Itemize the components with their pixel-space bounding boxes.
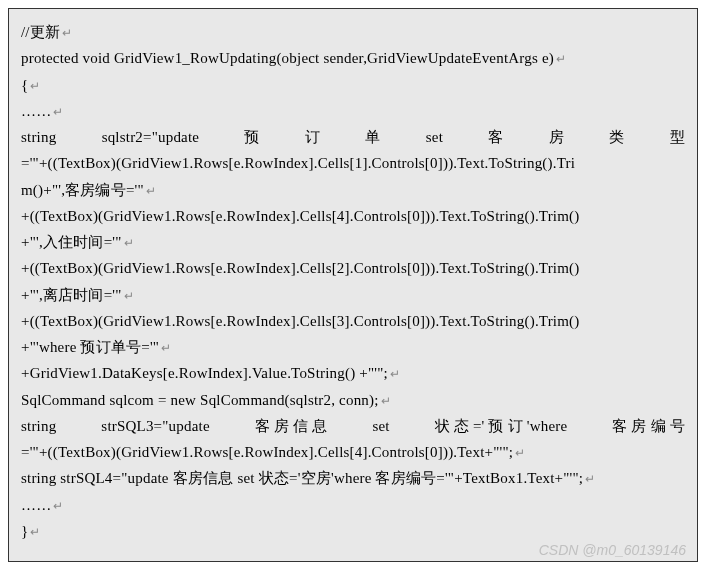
- code-line: +GridView1.DataKeys[e.RowIndex].Value.To…: [21, 360, 685, 386]
- code-text: string strSQL4="update 客房信息 set 状态='空房'w…: [21, 470, 583, 486]
- code-text: ='"+((TextBox)(GridView1.Rows[e.RowIndex…: [21, 444, 513, 460]
- code-line: +((TextBox)(GridView1.Rows[e.RowIndex].C…: [21, 255, 685, 281]
- return-icon: ↵: [556, 52, 566, 66]
- code-text: 客: [488, 124, 503, 150]
- return-icon: ↵: [62, 26, 72, 40]
- return-icon: ↵: [390, 367, 400, 381]
- code-line: ……↵: [21, 492, 685, 518]
- code-text: 订: [305, 124, 320, 150]
- code-text: 型: [670, 124, 685, 150]
- code-text: }: [21, 523, 28, 539]
- code-line: ='"+((TextBox)(GridView1.Rows[e.RowIndex…: [21, 439, 685, 465]
- code-line: +"'where 预订单号='"↵: [21, 334, 685, 360]
- code-text: string: [21, 413, 56, 439]
- code-line: +((TextBox)(GridView1.Rows[e.RowIndex].C…: [21, 308, 685, 334]
- code-text: ='"+((TextBox)(GridView1.Rows[e.RowIndex…: [21, 155, 575, 171]
- code-text: {: [21, 77, 28, 93]
- code-text: 单: [365, 124, 380, 150]
- watermark-text: CSDN @m0_60139146: [539, 542, 686, 558]
- code-text: 客 房 编 号: [612, 413, 685, 439]
- return-icon: ↵: [30, 79, 40, 93]
- return-icon: ↵: [585, 472, 595, 486]
- code-line: string strSQL4="update 客房信息 set 状态='空房'w…: [21, 465, 685, 491]
- return-icon: ↵: [53, 105, 63, 119]
- code-block: //更新↵ protected void GridView1_RowUpdati…: [8, 8, 698, 562]
- code-text: SqlCommand sqlcom = new SqlCommand(sqlst…: [21, 392, 379, 408]
- return-icon: ↵: [161, 341, 171, 355]
- code-text: sqlstr2="update: [102, 124, 200, 150]
- code-text: 房: [549, 124, 564, 150]
- code-line: protected void GridView1_RowUpdating(obj…: [21, 45, 685, 71]
- code-text: +"',离店时间='": [21, 287, 122, 303]
- code-text: 状 态 =' 预 订 'where: [435, 413, 568, 439]
- return-icon: ↵: [381, 394, 391, 408]
- code-text: 客 房 信 息: [255, 413, 328, 439]
- code-line: ='"+((TextBox)(GridView1.Rows[e.RowIndex…: [21, 150, 685, 176]
- code-text: 类: [609, 124, 624, 150]
- code-text: 预: [244, 124, 259, 150]
- code-line: {↵: [21, 72, 685, 98]
- code-text: +"',入住时间='": [21, 234, 122, 250]
- code-text: ……: [21, 103, 51, 119]
- code-text: //更新: [21, 24, 60, 40]
- code-line: string sqlstr2="update 预 订 单 set 客 房 类 型: [21, 124, 685, 150]
- return-icon: ↵: [124, 236, 134, 250]
- code-text: +((TextBox)(GridView1.Rows[e.RowIndex].C…: [21, 260, 579, 276]
- code-text: ……: [21, 497, 51, 513]
- code-text: strSQL3="update: [101, 413, 209, 439]
- return-icon: ↵: [53, 499, 63, 513]
- code-line: m()+"',客房编号='"↵: [21, 177, 685, 203]
- code-line: SqlCommand sqlcom = new SqlCommand(sqlst…: [21, 387, 685, 413]
- code-line: +"',入住时间='"↵: [21, 229, 685, 255]
- return-icon: ↵: [515, 446, 525, 460]
- code-text: set: [426, 124, 443, 150]
- code-text: +((TextBox)(GridView1.Rows[e.RowIndex].C…: [21, 208, 579, 224]
- code-text: +((TextBox)(GridView1.Rows[e.RowIndex].C…: [21, 313, 579, 329]
- code-line: +((TextBox)(GridView1.Rows[e.RowIndex].C…: [21, 203, 685, 229]
- code-text: set: [372, 413, 389, 439]
- code-text: +GridView1.DataKeys[e.RowIndex].Value.To…: [21, 365, 388, 381]
- code-text: m()+"',客房编号='": [21, 182, 144, 198]
- return-icon: ↵: [146, 184, 156, 198]
- return-icon: ↵: [30, 525, 40, 539]
- code-line: +"',离店时间='"↵: [21, 282, 685, 308]
- code-text: string: [21, 124, 56, 150]
- code-line: }↵: [21, 518, 685, 544]
- return-icon: ↵: [124, 289, 134, 303]
- code-text: +"'where 预订单号='": [21, 339, 159, 355]
- code-line: //更新↵: [21, 19, 685, 45]
- code-text: protected void GridView1_RowUpdating(obj…: [21, 50, 554, 66]
- code-line: ……↵: [21, 98, 685, 124]
- code-line: string strSQL3="update 客 房 信 息 set 状 态 =…: [21, 413, 685, 439]
